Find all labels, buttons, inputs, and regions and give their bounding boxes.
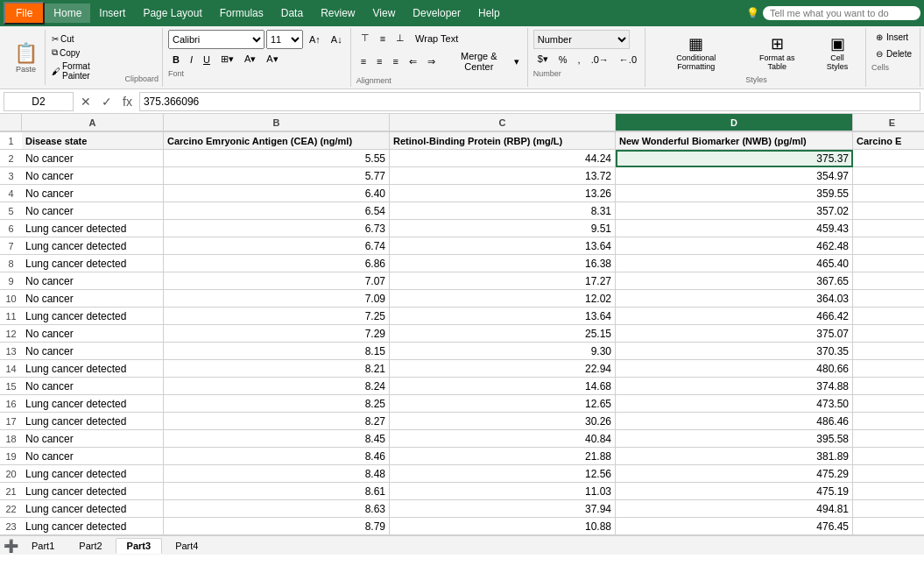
cell-3-b[interactable]: 5.77 <box>164 167 390 185</box>
row-num-4[interactable]: 4 <box>0 185 22 202</box>
decimal-decrease-button[interactable]: ←.0 <box>615 51 641 67</box>
cell-17-a[interactable]: Lung cancer detected <box>22 413 164 430</box>
underline-button[interactable]: U <box>199 52 215 67</box>
cell-11-e[interactable] <box>853 308 924 325</box>
cell-3-a[interactable]: No cancer <box>22 167 164 185</box>
row-num-11[interactable]: 11 <box>0 308 22 325</box>
cell-15-c[interactable]: 14.68 <box>390 378 616 395</box>
cell-19-e[interactable] <box>853 448 924 465</box>
delete-button[interactable]: ⊖ Delete <box>871 46 916 61</box>
cell-17-d[interactable]: 486.46 <box>616 413 853 430</box>
percent-button[interactable]: % <box>554 51 572 67</box>
comma-button[interactable]: , <box>574 51 585 67</box>
sheet-tab-part1[interactable]: Part1 <box>20 538 66 554</box>
cell-21-d[interactable]: 475.19 <box>616 483 853 500</box>
cell-8-c[interactable]: 16.38 <box>390 255 616 272</box>
header-cell-a[interactable]: Disease state <box>22 132 164 150</box>
cell-13-b[interactable]: 8.15 <box>164 343 390 360</box>
function-confirm-button[interactable]: ✓ <box>98 93 116 110</box>
cell-13-e[interactable] <box>853 343 924 360</box>
cell-13-c[interactable]: 9.30 <box>390 343 616 360</box>
cell-10-b[interactable]: 7.09 <box>164 290 390 308</box>
cell-11-a[interactable]: Lung cancer detected <box>22 308 164 325</box>
menu-item-review[interactable]: Review <box>312 4 363 23</box>
font-color-button[interactable]: A▾ <box>262 51 282 67</box>
cell-6-b[interactable]: 6.73 <box>164 220 390 237</box>
format-painter-button[interactable]: 🖌 Format Painter <box>49 60 121 81</box>
cell-11-c[interactable]: 13.64 <box>390 308 616 325</box>
align-left-button[interactable]: ≡ <box>356 48 370 74</box>
sheet-tab-part2[interactable]: Part2 <box>67 538 113 554</box>
cell-12-e[interactable] <box>853 325 924 343</box>
row-num-9[interactable]: 9 <box>0 272 22 290</box>
row-num-20[interactable]: 20 <box>0 465 22 483</box>
cell-8-a[interactable]: Lung cancer detected <box>22 255 164 272</box>
cell-18-b[interactable]: 8.45 <box>164 430 390 448</box>
number-format-select[interactable]: Number <box>533 30 630 49</box>
cell-5-c[interactable]: 8.31 <box>390 202 616 220</box>
cell-20-a[interactable]: Lung cancer detected <box>22 465 164 483</box>
cell-14-d[interactable]: 480.66 <box>616 360 853 378</box>
cell-13-d[interactable]: 370.35 <box>616 343 853 360</box>
font-grow-button[interactable]: A↑ <box>305 32 325 47</box>
cell-15-b[interactable]: 8.24 <box>164 378 390 395</box>
cell-14-e[interactable] <box>853 360 924 378</box>
cell-16-a[interactable]: Lung cancer detected <box>22 395 164 413</box>
italic-button[interactable]: I <box>186 52 197 67</box>
row-num-22[interactable]: 22 <box>0 500 22 518</box>
cell-5-d[interactable]: 357.02 <box>616 202 853 220</box>
menu-item-view[interactable]: View <box>364 4 405 23</box>
cell-4-c[interactable]: 13.26 <box>390 185 616 202</box>
cell-17-c[interactable]: 30.26 <box>390 413 616 430</box>
fill-color-button[interactable]: A▾ <box>240 51 260 67</box>
paste-button[interactable]: 📋 Paste <box>7 30 46 85</box>
cell-8-e[interactable] <box>853 255 924 272</box>
menu-item-home[interactable]: Home <box>45 4 90 23</box>
cell-styles-button[interactable]: ▣ Cell Styles <box>813 30 862 75</box>
cell-6-e[interactable] <box>853 220 924 237</box>
cell-5-a[interactable]: No cancer <box>22 202 164 220</box>
insert-function-button[interactable]: fx <box>119 93 136 110</box>
cell-4-b[interactable]: 6.40 <box>164 185 390 202</box>
cell-18-d[interactable]: 395.58 <box>616 430 853 448</box>
cell-17-e[interactable] <box>853 413 924 430</box>
cell-13-a[interactable]: No cancer <box>22 343 164 360</box>
menu-file[interactable]: File <box>4 2 45 25</box>
cell-23-b[interactable]: 8.79 <box>164 518 390 535</box>
cell-22-a[interactable]: Lung cancer detected <box>22 500 164 518</box>
cell-21-e[interactable] <box>853 483 924 500</box>
cell-14-a[interactable]: Lung cancer detected <box>22 360 164 378</box>
cell-7-d[interactable]: 462.48 <box>616 237 853 255</box>
indent-increase-button[interactable]: ⇒ <box>423 48 440 74</box>
row-num-12[interactable]: 12 <box>0 325 22 343</box>
menu-item-insert[interactable]: Insert <box>90 4 134 23</box>
col-header-d[interactable]: D <box>616 114 853 131</box>
row-num-15[interactable]: 15 <box>0 378 22 395</box>
cell-11-b[interactable]: 7.25 <box>164 308 390 325</box>
cell-15-e[interactable] <box>853 378 924 395</box>
conditional-formatting-button[interactable]: ▦ Conditional Formatting <box>651 30 741 75</box>
cell-9-a[interactable]: No cancer <box>22 272 164 290</box>
header-cell-e[interactable]: Carcino E <box>853 132 924 150</box>
menu-item-page-layout[interactable]: Page Layout <box>134 4 210 23</box>
cell-14-c[interactable]: 22.94 <box>390 360 616 378</box>
cell-22-e[interactable] <box>853 500 924 518</box>
cell-14-b[interactable]: 8.21 <box>164 360 390 378</box>
cell-4-d[interactable]: 359.55 <box>616 185 853 202</box>
row-num-3[interactable]: 3 <box>0 167 22 185</box>
font-size-select[interactable]: 11 <box>266 30 303 49</box>
sheet-tab-part4[interactable]: Part4 <box>164 538 209 554</box>
cell-18-e[interactable] <box>853 430 924 448</box>
cell-22-c[interactable]: 37.94 <box>390 500 616 518</box>
function-cancel-button[interactable]: ✕ <box>77 93 95 110</box>
cell-15-a[interactable]: No cancer <box>22 378 164 395</box>
cell-3-c[interactable]: 13.72 <box>390 167 616 185</box>
cell-9-d[interactable]: 367.65 <box>616 272 853 290</box>
cell-16-d[interactable]: 473.50 <box>616 395 853 413</box>
currency-button[interactable]: $▾ <box>533 51 553 67</box>
header-cell-b[interactable]: Carcino Emryonic Antigen (CEA) (ng/ml) <box>164 132 390 150</box>
cell-7-c[interactable]: 13.64 <box>390 237 616 255</box>
cell-12-b[interactable]: 7.29 <box>164 325 390 343</box>
align-middle-button[interactable]: ≡ <box>376 30 390 46</box>
cell-2-b[interactable]: 5.55 <box>164 150 390 167</box>
